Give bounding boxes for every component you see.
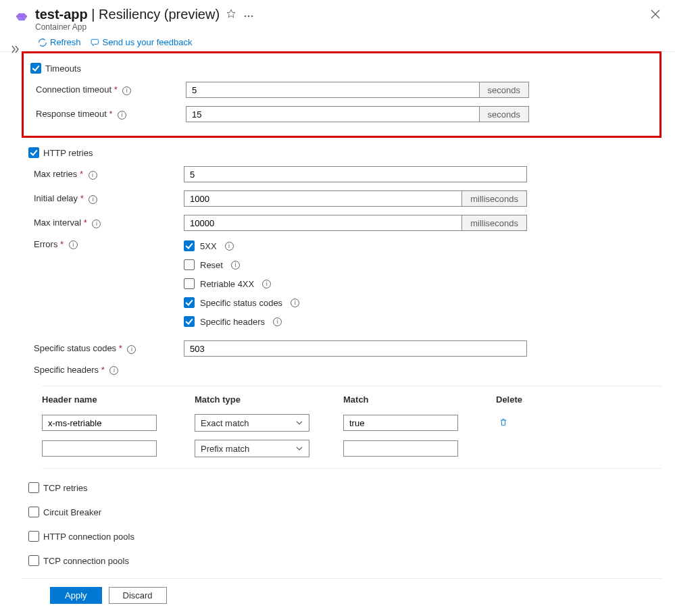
error-status-codes-checkbox[interactable]: [184, 297, 195, 308]
response-timeout-unit: seconds: [480, 106, 529, 122]
container-app-icon: [14, 8, 30, 24]
error-status-codes-row[interactable]: Specific status codes i: [184, 297, 299, 308]
error-headers-row[interactable]: Specific headers i: [184, 316, 299, 327]
col-header-delete: Delete: [496, 394, 536, 405]
response-timeout-label: Response timeout * i: [36, 109, 186, 119]
page-header: test-app | Resiliency (preview) Containe…: [0, 0, 675, 33]
info-icon[interactable]: i: [122, 86, 131, 95]
col-header-type: Match type: [195, 394, 343, 405]
info-icon[interactable]: i: [89, 171, 97, 180]
error-5xx-checkbox[interactable]: [184, 240, 195, 251]
error-5xx-label: 5XX: [200, 241, 217, 251]
http-retries-checkbox[interactable]: [28, 147, 39, 158]
header-match-input[interactable]: [343, 415, 458, 431]
max-retries-input[interactable]: [184, 166, 527, 182]
col-header-match: Match: [343, 394, 496, 405]
info-icon[interactable]: i: [262, 280, 271, 288]
error-5xx-row[interactable]: 5XX i: [184, 240, 299, 251]
specific-headers-row: Specific headers * i: [34, 361, 661, 379]
error-4xx-checkbox[interactable]: [184, 278, 195, 289]
discard-button[interactable]: Discard: [109, 587, 167, 604]
close-button[interactable]: [649, 8, 661, 22]
circuit-breaker-label: Circuit Breaker: [43, 507, 101, 517]
timeouts-checkbox[interactable]: [30, 63, 41, 74]
svg-point-1: [245, 16, 246, 17]
tcp-pools-checkbox-row[interactable]: TCP connection pools: [28, 551, 661, 570]
error-headers-label: Specific headers: [200, 317, 265, 327]
info-icon[interactable]: i: [127, 345, 136, 354]
svg-point-2: [248, 16, 249, 17]
timeouts-checkbox-row[interactable]: Timeouts: [30, 59, 653, 78]
specific-headers-label: Specific headers * i: [34, 365, 184, 375]
connection-timeout-label: Connection timeout * i: [36, 84, 186, 95]
feedback-button[interactable]: Send us your feedback: [91, 37, 193, 47]
match-type-select[interactable]: Prefix match: [195, 440, 309, 457]
expand-sidebar-button[interactable]: [7, 45, 23, 56]
connection-timeout-row: Connection timeout * i seconds: [36, 78, 653, 102]
connection-timeout-unit: seconds: [480, 82, 529, 98]
http-retries-label: HTTP retries: [43, 148, 93, 158]
info-icon[interactable]: i: [231, 261, 240, 270]
match-type-select[interactable]: Exact match: [195, 414, 309, 432]
info-icon[interactable]: i: [109, 366, 118, 375]
page-subtitle: Container App: [35, 22, 661, 32]
info-icon[interactable]: i: [69, 240, 78, 249]
specific-status-input[interactable]: [184, 340, 527, 357]
svg-marker-0: [227, 9, 235, 18]
info-icon[interactable]: i: [92, 220, 101, 228]
initial-delay-input[interactable]: [184, 190, 462, 207]
error-reset-row[interactable]: Reset i: [184, 259, 299, 270]
tcp-pools-label: TCP connection pools: [43, 556, 129, 566]
circuit-breaker-checkbox[interactable]: [28, 507, 39, 517]
favorite-button[interactable]: [225, 7, 237, 22]
error-4xx-row[interactable]: Retriable 4XX i: [184, 278, 299, 289]
error-reset-checkbox[interactable]: [184, 259, 195, 270]
max-retries-row: Max retries * i: [34, 162, 661, 186]
refresh-button[interactable]: Refresh: [38, 37, 81, 47]
headers-table-head: Header name Match type Match Delete: [42, 386, 661, 410]
more-menu-button[interactable]: [243, 8, 255, 21]
header-row: Exact match: [42, 410, 661, 436]
error-4xx-label: Retriable 4XX: [200, 279, 254, 289]
header-name-input[interactable]: [42, 415, 157, 431]
info-icon[interactable]: i: [118, 111, 126, 120]
header-match-input[interactable]: [343, 440, 458, 457]
tcp-retries-label: TCP retries: [43, 483, 88, 493]
tcp-pools-checkbox[interactable]: [28, 555, 39, 566]
specific-status-label: Specific status codes * i: [34, 343, 184, 353]
specific-status-row: Specific status codes * i: [34, 336, 661, 361]
max-interval-row: Max interval * i milliseconds: [34, 211, 661, 235]
initial-delay-row: Initial delay * i milliseconds: [34, 186, 661, 211]
max-interval-input[interactable]: [184, 215, 462, 231]
timeouts-highlight: Timeouts Connection timeout * i seconds …: [22, 51, 661, 138]
page-title: test-app | Resiliency (preview): [35, 7, 220, 22]
header-name-input[interactable]: [42, 440, 157, 457]
col-header-name: Header name: [42, 394, 195, 405]
connection-timeout-input[interactable]: [186, 82, 480, 98]
info-icon[interactable]: i: [225, 242, 234, 251]
max-interval-unit: milliseconds: [462, 215, 527, 231]
response-timeout-input[interactable]: [186, 106, 480, 122]
info-icon[interactable]: i: [291, 299, 299, 307]
error-headers-checkbox[interactable]: [184, 316, 195, 327]
info-icon[interactable]: i: [89, 195, 97, 204]
toolbar: Refresh Send us your feedback: [0, 33, 675, 52]
info-icon[interactable]: i: [273, 317, 282, 326]
tcp-retries-checkbox-row[interactable]: TCP retries: [28, 478, 661, 497]
apply-button[interactable]: Apply: [50, 587, 102, 604]
http-pools-checkbox[interactable]: [28, 531, 39, 542]
http-pools-checkbox-row[interactable]: HTTP connection pools: [28, 527, 661, 546]
error-status-codes-label: Specific status codes: [200, 298, 282, 308]
max-retries-label: Max retries * i: [34, 169, 184, 179]
headers-table: Header name Match type Match Delete Exac…: [42, 386, 661, 469]
max-interval-label: Max interval * i: [34, 217, 184, 228]
circuit-breaker-checkbox-row[interactable]: Circuit Breaker: [28, 503, 661, 521]
svg-point-3: [251, 16, 253, 17]
delete-row-button[interactable]: [496, 415, 511, 432]
error-reset-label: Reset: [200, 260, 223, 270]
http-retries-checkbox-row[interactable]: HTTP retries: [28, 143, 661, 162]
errors-label: Errors * i: [34, 239, 184, 249]
errors-row: Errors * i 5XX i Reset i Ret: [34, 235, 661, 336]
response-timeout-row: Response timeout * i seconds: [36, 102, 653, 126]
tcp-retries-checkbox[interactable]: [28, 482, 39, 493]
